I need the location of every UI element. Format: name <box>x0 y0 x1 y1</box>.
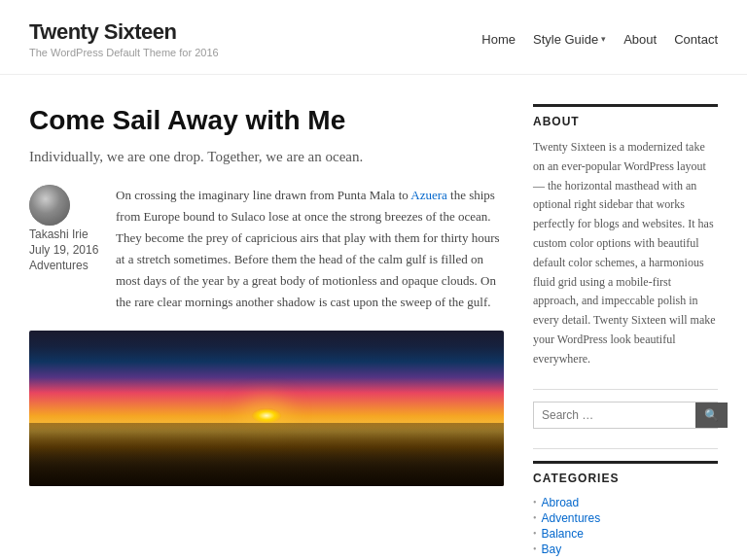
list-item: •Adventures <box>533 510 718 526</box>
sidebar-divider-2 <box>533 448 718 449</box>
sidebar: ABOUT Twenty Sixteen is a modernized tak… <box>533 104 718 560</box>
post-body-text: On crossing the imaginary line drawn fro… <box>116 185 504 314</box>
site-header: Twenty Sixteen The WordPress Default The… <box>0 0 747 75</box>
site-title: Twenty Sixteen <box>29 19 219 45</box>
list-item: •Balance <box>533 526 718 542</box>
bullet-icon: • <box>533 543 537 554</box>
category-link[interactable]: Bay <box>542 542 562 556</box>
sidebar-divider-1 <box>533 389 718 390</box>
category-link[interactable]: Balance <box>542 527 584 541</box>
category-link[interactable]: Adventures <box>542 511 601 525</box>
main-content: Come Sail Away with Me Individually, we … <box>29 104 504 560</box>
main-nav: Home Style Guide ▾ About Contact <box>481 32 718 47</box>
post-date: July 19, 2016 <box>29 243 102 257</box>
site-description: The WordPress Default Theme for 2016 <box>29 47 219 58</box>
post-meta: Takashi Irie July 19, 2016 Adventures <box>29 185 102 314</box>
sun-glow <box>252 408 281 423</box>
nav-item-contact[interactable]: Contact <box>674 32 718 47</box>
post-author: Takashi Irie <box>29 228 102 241</box>
list-item: •Abroad <box>533 495 718 510</box>
widget-about-text: Twenty Sixteen is a modernized take on a… <box>533 138 718 369</box>
search-form: 🔍 <box>533 402 718 429</box>
search-icon: 🔍 <box>704 408 719 422</box>
post-image <box>29 331 504 486</box>
bullet-icon: • <box>533 512 537 523</box>
widget-search: 🔍 <box>533 402 718 429</box>
post-title: Come Sail Away with Me <box>29 104 504 137</box>
chevron-down-icon: ▾ <box>601 34 606 44</box>
nav-item-about[interactable]: About <box>623 32 657 47</box>
list-item: •Bay <box>533 542 718 557</box>
post-article: Come Sail Away with Me Individually, we … <box>29 104 504 486</box>
post-link-azuera[interactable]: Azuera <box>410 188 447 202</box>
avatar <box>29 185 70 226</box>
water-reflection <box>29 423 504 486</box>
widget-categories: CATEGORIES •Abroad•Adventures•Balance•Ba… <box>533 461 718 560</box>
nav-item-style-guide[interactable]: Style Guide ▾ <box>533 32 606 47</box>
post-body-row: Takashi Irie July 19, 2016 Adventures On… <box>29 185 504 314</box>
bullet-icon: • <box>533 528 537 539</box>
post-category[interactable]: Adventures <box>29 259 102 272</box>
widget-about-title: ABOUT <box>533 104 718 128</box>
category-link[interactable]: Abroad <box>542 496 580 509</box>
site-content: Come Sail Away with Me Individually, we … <box>0 75 747 560</box>
bullet-icon: • <box>533 497 537 508</box>
search-input[interactable] <box>534 402 695 428</box>
nav-item-home[interactable]: Home <box>481 32 516 47</box>
avatar-image <box>29 185 70 226</box>
widget-about: ABOUT Twenty Sixteen is a modernized tak… <box>533 104 718 369</box>
categories-list: •Abroad•Adventures•Balance•Bay•Boats•Boo… <box>533 495 718 560</box>
search-button[interactable]: 🔍 <box>695 402 728 428</box>
widget-categories-title: CATEGORIES <box>533 461 718 485</box>
list-item: •Boats <box>533 557 718 560</box>
site-branding: Twenty Sixteen The WordPress Default The… <box>29 19 219 58</box>
post-subtitle: Individually, we are one drop. Together,… <box>29 149 504 165</box>
